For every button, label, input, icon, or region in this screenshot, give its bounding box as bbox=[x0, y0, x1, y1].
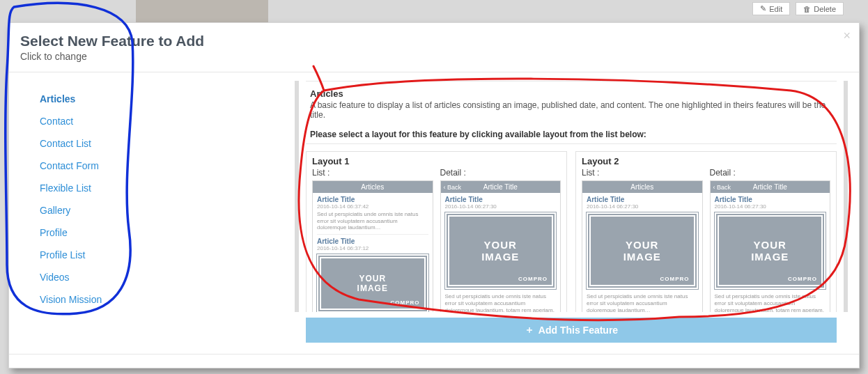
layout-list-preview: Articles Article Title 2016-10-14 06:27:… bbox=[582, 180, 703, 312]
pencil-icon: ✎ bbox=[760, 4, 766, 13]
bg-delete-label: Delete bbox=[814, 5, 836, 13]
brand-watermark: COMPRO bbox=[660, 276, 690, 282]
bg-toolbar: ✎ Edit 🗑 Delete bbox=[752, 2, 844, 15]
modal-close-button[interactable]: × bbox=[843, 29, 851, 43]
sidebar-item-label: Articles bbox=[40, 93, 75, 104]
layout-title: Layout 1 bbox=[312, 156, 561, 166]
feature-scroll-area[interactable]: Articles A basic feature to display a li… bbox=[295, 81, 848, 312]
feature-content: Articles A basic feature to display a li… bbox=[295, 81, 859, 345]
sidebar-item-label: Vision Mission bbox=[40, 294, 102, 305]
bg-delete-button[interactable]: 🗑 Delete bbox=[796, 2, 844, 15]
sidebar-item-profile[interactable]: Profile bbox=[40, 221, 278, 244]
image-placeholder: YOURIMAGE COMPRO bbox=[715, 212, 826, 289]
feature-modal: Select New Feature to Add Click to chang… bbox=[8, 22, 860, 368]
layout-list-preview: Articles Article Title 2016-10-14 06:37:… bbox=[312, 180, 433, 312]
preview-header: Articles bbox=[313, 181, 433, 193]
feature-description: A basic feature to display a list of art… bbox=[310, 100, 832, 120]
feature-description-panel: Articles A basic feature to display a li… bbox=[306, 81, 837, 144]
layout-option-1[interactable]: Layout 1 List : Articles Article Title bbox=[306, 151, 567, 312]
add-feature-label: Add This Feature bbox=[538, 325, 618, 336]
sidebar-item-label: Gallery bbox=[40, 205, 70, 216]
modal-body: Articles Contact Contact List Contact Fo… bbox=[9, 72, 859, 354]
sidebar-item-label: Contact Form bbox=[40, 160, 99, 171]
modal-title: Select New Feature to Add bbox=[20, 33, 845, 49]
feature-name: Articles bbox=[310, 88, 832, 99]
layout-detail-preview: ‹ Back Article Title Article Title 2016-… bbox=[440, 180, 561, 312]
bg-edit-label: Edit bbox=[769, 5, 782, 13]
sidebar-item-gallery[interactable]: Gallery bbox=[40, 199, 278, 221]
layout-detail-label: Detail : bbox=[440, 168, 561, 178]
preview-list-item: Article Title 2016-10-14 06:37:12 YOURIM… bbox=[317, 237, 428, 312]
image-placeholder: YOURIMAGE COMPRO bbox=[587, 212, 698, 289]
brand-watermark: COMPRO bbox=[788, 276, 817, 282]
feature-instruction: Please select a layout for this feature … bbox=[310, 130, 832, 139]
sidebar-item-label: Flexible List bbox=[40, 182, 91, 194]
sidebar-item-label: Contact bbox=[40, 116, 73, 127]
sidebar-item-profile-list[interactable]: Profile List bbox=[40, 244, 278, 266]
layout-detail-label: Detail : bbox=[710, 168, 831, 178]
sidebar-item-contact-list[interactable]: Contact List bbox=[40, 132, 278, 155]
plus-icon: ＋ bbox=[525, 324, 534, 336]
feature-type-sidebar: Articles Contact Contact List Contact Fo… bbox=[9, 81, 295, 345]
sidebar-item-contact[interactable]: Contact bbox=[40, 110, 278, 132]
close-icon: × bbox=[843, 29, 851, 42]
layout-list-label: List : bbox=[312, 168, 433, 178]
brand-watermark: COMPRO bbox=[391, 299, 420, 306]
back-icon: ‹ Back bbox=[444, 184, 462, 191]
background-image-strip bbox=[136, 0, 268, 23]
modal-footer bbox=[9, 354, 859, 368]
layout-detail-preview: ‹ Back Article Title Article Title 2016-… bbox=[710, 180, 831, 312]
sidebar-item-label: Profile bbox=[40, 227, 68, 238]
layout-title: Layout 2 bbox=[582, 156, 830, 166]
trash-icon: 🗑 bbox=[803, 5, 811, 13]
image-placeholder: YOURIMAGE COMPRO bbox=[317, 254, 428, 312]
sidebar-item-label: Contact List bbox=[40, 138, 91, 149]
modal-header: Select New Feature to Add Click to chang… bbox=[9, 23, 859, 72]
add-feature-button[interactable]: ＋ Add This Feature bbox=[306, 318, 837, 343]
preview-list-item: Article Title 2016-10-14 06:37:42 Sed ut… bbox=[317, 196, 428, 235]
modal-subtitle: Click to change bbox=[20, 51, 845, 62]
sidebar-item-flexible-list[interactable]: Flexible List bbox=[40, 177, 278, 199]
sidebar-item-vision-mission[interactable]: Vision Mission bbox=[40, 288, 278, 311]
preview-header: ‹ Back Article Title bbox=[711, 181, 830, 193]
sidebar-item-videos[interactable]: Videos bbox=[40, 266, 278, 288]
sidebar-item-label: Videos bbox=[40, 272, 70, 283]
preview-header: ‹ Back Article Title bbox=[441, 181, 561, 193]
layout-options: Layout 1 List : Articles Article Title bbox=[306, 151, 837, 312]
sidebar-item-contact-form[interactable]: Contact Form bbox=[40, 155, 278, 177]
back-icon: ‹ Back bbox=[713, 184, 731, 191]
sidebar-item-label: Profile List bbox=[40, 249, 85, 260]
bg-edit-button[interactable]: ✎ Edit bbox=[752, 2, 790, 15]
brand-watermark: COMPRO bbox=[518, 276, 548, 282]
preview-header: Articles bbox=[582, 181, 702, 193]
layout-option-2[interactable]: Layout 2 List : Articles Article Title 2… bbox=[575, 151, 837, 312]
image-placeholder: YOURIMAGE COMPRO bbox=[445, 212, 557, 289]
sidebar-item-articles[interactable]: Articles bbox=[40, 88, 278, 110]
layout-list-label: List : bbox=[582, 168, 703, 178]
